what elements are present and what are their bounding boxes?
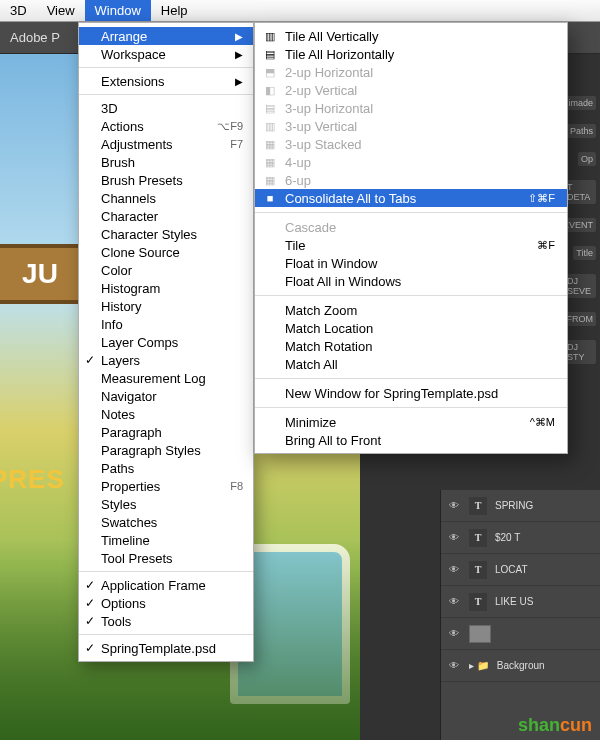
submenu-item-new-window-for-springtemplate-psd[interactable]: New Window for SpringTemplate.psd [255,384,567,402]
submenu-item-6-up: ▦6-up [255,171,567,189]
watermark: shancun [518,715,592,736]
menu-item-application-frame[interactable]: ✓Application Frame [79,576,253,594]
menubar-item-3d[interactable]: 3D [0,0,37,21]
menu-item-label: Actions [101,119,144,134]
layer-row[interactable]: 👁TSPRING [441,490,600,522]
app-title: Adobe P [10,30,60,45]
submenu-item-match-all[interactable]: Match All [255,355,567,373]
menu-item-layer-comps[interactable]: Layer Comps [79,333,253,351]
visibility-icon[interactable]: 👁 [447,532,461,543]
submenu-item-label: 3-up Horizontal [285,101,373,116]
panel-tab[interactable]: imade [565,96,596,110]
menu-item-notes[interactable]: Notes [79,405,253,423]
layout-icon: ◧ [263,84,277,97]
layout-icon: ▦ [263,174,277,187]
submenu-item-tile-all-vertically[interactable]: ▥Tile All Vertically [255,27,567,45]
canvas-pres: PRES [0,464,65,495]
menu-item-tools[interactable]: ✓Tools [79,612,253,630]
menu-item-adjustments[interactable]: AdjustmentsF7 [79,135,253,153]
submenu-item-3-up-stacked: ▦3-up Stacked [255,135,567,153]
menu-item-styles[interactable]: Styles [79,495,253,513]
menu-item-swatches[interactable]: Swatches [79,513,253,531]
menu-item-label: Arrange [101,29,147,44]
menu-item-label: Swatches [101,515,157,530]
menu-item-history[interactable]: History [79,297,253,315]
layer-row[interactable]: 👁▸ 📁Backgroun [441,650,600,682]
visibility-icon[interactable]: 👁 [447,660,461,671]
panel-tab[interactable]: DJ STY [564,340,596,364]
menu-item-options[interactable]: ✓Options [79,594,253,612]
menu-item-character[interactable]: Character [79,207,253,225]
menu-item-layers[interactable]: ✓Layers [79,351,253,369]
layer-row[interactable]: 👁T$20 T [441,522,600,554]
submenu-item-label: Match Zoom [285,303,357,318]
layer-name: Backgroun [497,660,545,671]
menu-item-channels[interactable]: Channels [79,189,253,207]
submenu-arrow-icon: ▶ [235,49,243,60]
menu-item-arrange[interactable]: Arrange▶ [79,27,253,45]
menu-item-color[interactable]: Color [79,261,253,279]
panel-tab[interactable]: FROM [564,312,597,326]
menu-item-clone-source[interactable]: Clone Source [79,243,253,261]
separator [79,94,253,95]
panel-tab[interactable]: DJ SEVE [564,274,596,298]
submenu-item-label: Minimize [285,415,336,430]
submenu-item-bring-all-to-front[interactable]: Bring All to Front [255,431,567,449]
submenu-item-label: Float All in Windows [285,274,401,289]
menu-item-paragraph-styles[interactable]: Paragraph Styles [79,441,253,459]
menu-item-label: Adjustments [101,137,173,152]
panel-tab[interactable]: Paths [567,124,596,138]
menu-item-paths[interactable]: Paths [79,459,253,477]
panel-tab[interactable]: T DETA [564,180,596,204]
submenu-item-label: Cascade [285,220,336,235]
menu-item-3d[interactable]: 3D [79,99,253,117]
shortcut: F7 [230,138,243,150]
layer-row[interactable]: 👁TLOCAT [441,554,600,586]
submenu-item-label: 6-up [285,173,311,188]
menubar-item-help[interactable]: Help [151,0,198,21]
submenu-item-float-all-in-windows[interactable]: Float All in Windows [255,272,567,290]
submenu-item-label: Tile All Vertically [285,29,378,44]
visibility-icon[interactable]: 👁 [447,596,461,607]
menu-item-measurement-log[interactable]: Measurement Log [79,369,253,387]
layout-icon: ▤ [263,48,277,61]
menu-item-brush-presets[interactable]: Brush Presets [79,171,253,189]
visibility-icon[interactable]: 👁 [447,628,461,639]
menu-item-springtemplate-psd[interactable]: ✓SpringTemplate.psd [79,639,253,657]
menu-item-paragraph[interactable]: Paragraph [79,423,253,441]
submenu-item-match-location[interactable]: Match Location [255,319,567,337]
submenu-item-float-in-window[interactable]: Float in Window [255,254,567,272]
menu-item-workspace[interactable]: Workspace▶ [79,45,253,63]
submenu-item-match-rotation[interactable]: Match Rotation [255,337,567,355]
submenu-item-consolidate-all-to-tabs[interactable]: ■Consolidate All to Tabs⇧⌘F [255,189,567,207]
menu-item-label: Character [101,209,158,224]
layer-row[interactable]: 👁 [441,618,600,650]
menu-item-extensions[interactable]: Extensions▶ [79,72,253,90]
menu-item-timeline[interactable]: Timeline [79,531,253,549]
check-icon: ✓ [85,641,95,655]
menu-item-character-styles[interactable]: Character Styles [79,225,253,243]
menu-item-info[interactable]: Info [79,315,253,333]
menubar-item-view[interactable]: View [37,0,85,21]
layout-icon: ▦ [263,138,277,151]
submenu-item-match-zoom[interactable]: Match Zoom [255,301,567,319]
layer-thumbnail [469,625,491,643]
menu-item-label: Notes [101,407,135,422]
submenu-item-tile-all-horizontally[interactable]: ▤Tile All Horizontally [255,45,567,63]
visibility-icon[interactable]: 👁 [447,564,461,575]
menubar-item-window[interactable]: Window [85,0,151,21]
menu-item-properties[interactable]: PropertiesF8 [79,477,253,495]
visibility-icon[interactable]: 👁 [447,500,461,511]
layer-name: $20 T [495,532,520,543]
menu-item-brush[interactable]: Brush [79,153,253,171]
menu-item-navigator[interactable]: Navigator [79,387,253,405]
submenu-item-minimize[interactable]: Minimize^⌘M [255,413,567,431]
panel-tab[interactable]: Op [578,152,596,166]
menu-item-histogram[interactable]: Histogram [79,279,253,297]
menu-item-actions[interactable]: Actions⌥F9 [79,117,253,135]
menu-item-tool-presets[interactable]: Tool Presets [79,549,253,567]
submenu-arrow-icon: ▶ [235,31,243,42]
submenu-item-tile[interactable]: Tile⌘F [255,236,567,254]
layer-row[interactable]: 👁TLIKE US [441,586,600,618]
panel-tab[interactable]: Title [573,246,596,260]
